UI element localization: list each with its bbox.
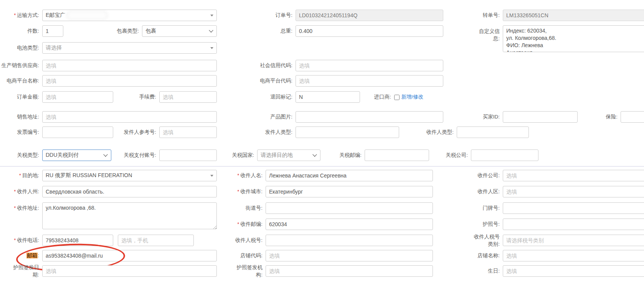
field-duty-company: 关税公司:	[471, 150, 538, 161]
platform-code-label: 电商平台代码:	[260, 75, 292, 87]
field-insurance: 保险:	[621, 111, 644, 123]
passport-issue-date-label: 护照签发日期:	[11, 264, 39, 278]
receiver-tax-no-input[interactable]	[266, 235, 433, 246]
receiver-zip-input[interactable]	[266, 219, 433, 230]
email-label-highlight: 邮箱	[26, 253, 38, 258]
field-destination: *目的地: RU 俄罗斯 RUSSIAN FEDERATION	[42, 170, 217, 181]
field-sender-type: 发件人类型:	[296, 127, 399, 138]
duty-country-label: 关税国家:	[232, 150, 254, 161]
sender-ref-input[interactable]	[159, 127, 217, 138]
field-receiver-mobile	[118, 235, 194, 246]
chevron-down-icon	[103, 152, 107, 156]
receiver-city-input[interactable]	[266, 186, 433, 197]
platform-name-input[interactable]	[42, 75, 217, 87]
street-no-input[interactable]	[266, 202, 433, 214]
buyer-id-input[interactable]	[503, 111, 578, 123]
house-no-input[interactable]	[503, 202, 644, 214]
dropdown-arrow-icon	[210, 15, 213, 16]
product-image-input[interactable]	[296, 111, 443, 123]
section-divider	[0, 166, 644, 167]
birthday-input[interactable]	[503, 265, 644, 277]
duty-type-select[interactable]: DDU关税到付	[42, 150, 111, 161]
field-street-no: 街道号:	[266, 202, 433, 214]
receiver-zip-label: *收件邮编:	[237, 219, 263, 230]
importer-checkbox[interactable]	[394, 95, 400, 100]
field-house-no: 门牌号:	[503, 202, 644, 214]
shop-code-input[interactable]	[266, 250, 433, 261]
package-type-label: 包裹类型:	[117, 25, 139, 37]
shop-code-label: 店铺代码:	[240, 250, 263, 261]
pieces-label: 件数:	[27, 25, 39, 37]
receiver-company-input[interactable]	[503, 170, 644, 181]
field-return-mark: 退回标记:	[296, 91, 360, 103]
receiver-tax-type-input[interactable]	[503, 235, 644, 246]
field-platform-name: 电商平台名称:	[42, 75, 217, 87]
sales-address-input[interactable]	[42, 111, 217, 123]
total-weight-input[interactable]	[296, 25, 443, 37]
field-platform-code: 电商平台代码:	[296, 75, 443, 87]
receiver-district-input[interactable]	[503, 186, 644, 197]
transfer-no-label: 转单号:	[483, 10, 500, 21]
passport-no-label: 护照号:	[483, 219, 500, 230]
receiver-tax-no-label: 收件人税号:	[235, 235, 263, 246]
custom-info-textarea[interactable]: Индекс: 620034, ул. Колмогорова,68. ФИО:…	[503, 25, 644, 52]
duty-country-select[interactable]: 请选择目的地	[257, 150, 320, 161]
insurance-input[interactable]	[621, 111, 644, 123]
invoice-no-input[interactable]	[42, 127, 113, 138]
field-receiver-city: *收件城市:	[266, 186, 433, 197]
receiver-phone-input[interactable]	[42, 235, 113, 246]
receiver-tax-type-label: 收件人税号类别:	[471, 233, 500, 248]
platform-code-input[interactable]	[296, 75, 443, 87]
birthday-label: 生日:	[488, 265, 500, 277]
shop-name-input[interactable]	[503, 250, 644, 261]
field-package-type: 包裹类型: 包裹	[142, 25, 217, 37]
package-type-select[interactable]: 包裹	[142, 25, 217, 37]
receiver-name-input[interactable]	[266, 170, 433, 181]
receiver-address-textarea[interactable]: ул.Колмогорова ,68.	[42, 202, 217, 229]
handling-fee-input[interactable]	[159, 91, 217, 103]
field-transfer-no: 转单号:	[503, 10, 644, 21]
social-credit-code-input[interactable]	[296, 60, 443, 71]
field-social-credit-code: 社会信用代码:	[296, 60, 443, 71]
duty-zip-input[interactable]	[365, 150, 429, 161]
field-shop-name: 店铺名称:	[503, 250, 644, 261]
importer-add-edit-link[interactable]: 新增/修改	[401, 94, 423, 100]
passport-no-input[interactable]	[503, 219, 644, 230]
receiver-state-input[interactable]	[42, 186, 217, 197]
pieces-input[interactable]	[42, 25, 63, 37]
chevron-down-icon	[312, 152, 317, 156]
battery-type-select[interactable]: 请选择	[42, 42, 217, 54]
receiver-type-input[interactable]	[457, 127, 529, 138]
sender-ref-label: 发件人参考号:	[124, 127, 156, 138]
order-amount-input[interactable]	[42, 91, 113, 103]
dropdown-arrow-icon	[210, 47, 213, 49]
passport-issue-date-input[interactable]	[42, 265, 217, 277]
email-input[interactable]	[42, 250, 217, 261]
duty-company-input[interactable]	[471, 150, 538, 161]
field-sales-address: 销售地址:	[42, 111, 217, 123]
shop-name-label: 店铺名称:	[477, 250, 500, 261]
field-receiver-district: 收件人区:	[503, 186, 644, 197]
producer-supplier-input[interactable]	[42, 60, 217, 71]
receiver-mobile-input[interactable]	[118, 235, 194, 246]
field-total-weight: 总重:	[296, 25, 443, 37]
return-mark-input[interactable]	[296, 91, 360, 103]
destination-select[interactable]: RU 俄罗斯 RUSSIAN FEDERATION	[42, 170, 217, 181]
field-battery-type: 电池类型: 请选择	[42, 42, 217, 54]
field-order-no: 订单号:	[296, 10, 443, 21]
field-passport-issue-date: 护照签发日期:	[42, 265, 217, 277]
receiver-state-label: *收件人州:	[14, 186, 39, 197]
field-passport-no: 护照号:	[503, 219, 644, 230]
passport-issue-org-input[interactable]	[266, 265, 433, 277]
field-duty-account: 关税支付账号:	[159, 150, 217, 161]
dropdown-arrow-icon	[210, 175, 213, 177]
shipping-method-select[interactable]: E邮宝广	[42, 10, 217, 21]
receiver-name-label: *收件人名:	[237, 170, 263, 181]
receiver-company-label: 收件公司:	[477, 170, 500, 181]
shipping-method-label: *运输方式:	[14, 10, 39, 21]
duty-account-input[interactable]	[159, 150, 217, 161]
sender-type-input[interactable]	[296, 127, 399, 138]
destination-label: *目的地:	[19, 170, 39, 181]
field-receiver-name: *收件人名:	[266, 170, 433, 181]
battery-type-label: 电池类型:	[17, 42, 39, 54]
